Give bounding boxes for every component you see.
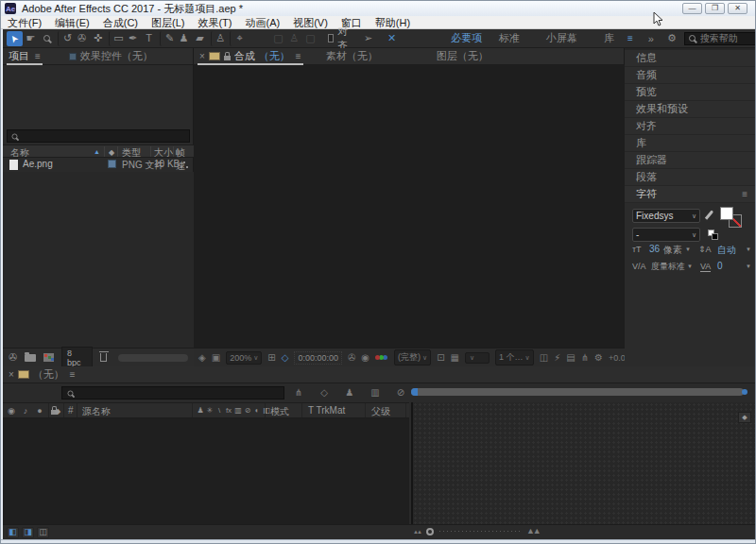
main-viewer-icon[interactable]: ▣: [212, 353, 220, 363]
show-snapshot-icon[interactable]: ◉: [361, 353, 369, 363]
video-eye-icon[interactable]: ◉: [7, 404, 16, 417]
mini-flowchart-icon[interactable]: ⋔: [292, 385, 305, 400]
font-style-select[interactable]: - ∨: [632, 228, 700, 242]
font-size-arrow-icon[interactable]: ▼: [685, 246, 691, 252]
zoom-out-mountain-icon[interactable]: ▲▲: [413, 529, 421, 535]
transparency-grid-icon[interactable]: ▦: [451, 353, 459, 363]
sidebar-panel-tracker[interactable]: 跟踪器: [625, 152, 755, 168]
close-tab-icon[interactable]: ×: [199, 51, 205, 61]
workspace-tab-standard[interactable]: 标准: [486, 31, 533, 45]
motion-blur-switch-icon[interactable]: ⊘: [244, 404, 251, 417]
viewer-panel-menu-icon[interactable]: ≡: [296, 51, 301, 61]
view-3d-dropdown[interactable]: ∨: [465, 352, 490, 364]
parent-column[interactable]: 父级: [371, 405, 390, 418]
index-column[interactable]: #: [68, 405, 74, 416]
font-size-value[interactable]: 36: [649, 244, 660, 254]
menu-layer[interactable]: 图层(L): [145, 16, 191, 29]
timeline-search-input[interactable]: [77, 388, 279, 399]
workspace-overflow-icon[interactable]: »: [648, 33, 654, 44]
project-panel-menu-icon[interactable]: ≡: [35, 51, 41, 61]
sort-ascending-icon[interactable]: ▲: [94, 148, 100, 155]
sidebar-panel-align[interactable]: 对齐: [625, 118, 755, 134]
sidebar-panel-character[interactable]: 字符 ≡: [625, 186, 755, 202]
type-tool[interactable]: T: [141, 31, 157, 46]
roto-brush-tool[interactable]: ♙: [211, 31, 227, 46]
timeline-jump-icon[interactable]: ▤: [566, 353, 575, 363]
sidebar-panel-preview[interactable]: 预览: [625, 84, 755, 100]
tab-layers[interactable]: 图层（无）: [431, 48, 494, 65]
always-preview-icon[interactable]: ◈: [198, 353, 206, 363]
roi-icon[interactable]: ⊡: [437, 353, 444, 363]
tab-composition[interactable]: × 合成 （无） ≡: [194, 48, 307, 65]
eraser-tool[interactable]: ▰: [192, 31, 208, 46]
workspace-menu-icon[interactable]: ≡: [627, 33, 633, 43]
flowchart-icon[interactable]: ⋔: [581, 353, 589, 363]
clone-stamp-tool[interactable]: ♟: [176, 31, 192, 46]
minimize-button[interactable]: —: [682, 3, 702, 14]
sync-settings-icon[interactable]: ⚙: [667, 32, 677, 44]
fast-previews-icon[interactable]: ⚡: [554, 353, 560, 363]
brush-tool[interactable]: ✎: [160, 31, 176, 46]
tracking-value[interactable]: 0: [717, 261, 723, 271]
motion-blur-icon[interactable]: ⊘: [394, 385, 407, 400]
shy-switch-icon[interactable]: ♟: [197, 404, 204, 417]
sidebar-panel-paragraph[interactable]: 段落: [625, 169, 755, 185]
solo-icon[interactable]: ●: [35, 404, 44, 417]
snap-checkbox[interactable]: [328, 34, 334, 42]
character-panel-menu-icon[interactable]: ≡: [742, 189, 747, 199]
shy-layers-icon[interactable]: ♟: [343, 385, 356, 400]
restore-button[interactable]: ❐: [705, 3, 725, 14]
workspace-tab-small-screen[interactable]: 小屏幕: [533, 31, 591, 45]
leading-value[interactable]: 自动: [717, 244, 736, 257]
label-column-icon[interactable]: ◆: [109, 148, 114, 157]
font-family-select[interactable]: Fixedsys ∨: [632, 209, 700, 223]
hand-tool[interactable]: ☛: [23, 31, 39, 46]
audio-icon[interactable]: ♪: [21, 404, 30, 417]
fx-switch-icon[interactable]: fx: [225, 404, 232, 417]
sidebar-panel-info[interactable]: 信息: [625, 50, 755, 66]
toolbar-extra-icon-1[interactable]: ➢: [360, 31, 376, 46]
snapshot-icon[interactable]: ✇: [348, 353, 355, 363]
menu-edit[interactable]: 编辑(E): [48, 16, 96, 29]
sidebar-panel-effects-presets[interactable]: 效果和预设: [625, 101, 755, 117]
kerning-value[interactable]: 度量标准: [651, 261, 685, 273]
kerning-arrow-icon[interactable]: ▼: [687, 264, 693, 269]
help-search-input[interactable]: [700, 33, 756, 43]
time-navigator-bar[interactable]: [411, 388, 744, 396]
channel-settings-icon[interactable]: [375, 354, 388, 361]
menu-effect[interactable]: 效果(T): [191, 16, 238, 29]
project-item-row[interactable]: Ae.png PNG 文件 10 KB: [3, 158, 194, 172]
menu-file[interactable]: 文件(F): [1, 16, 48, 29]
leading-arrow-icon[interactable]: ▼: [746, 246, 751, 252]
frame-blend-switch-icon[interactable]: ▥: [234, 404, 242, 417]
timeline-search-box[interactable]: [61, 386, 284, 400]
new-folder-icon[interactable]: [25, 354, 35, 362]
tab-footage[interactable]: 素材（无）: [320, 48, 384, 65]
comp-marker-bin-icon[interactable]: ◆: [738, 412, 751, 423]
adjustment-switch-icon[interactable]: ◐: [253, 404, 261, 417]
menu-animation[interactable]: 动画(A): [239, 16, 287, 29]
view-layout-dropdown[interactable]: 1 个…∨: [495, 349, 534, 366]
timeline-panel-menu-icon[interactable]: ≡: [70, 369, 76, 380]
unified-camera-tool[interactable]: ✇: [74, 31, 90, 46]
source-name-column[interactable]: 源名称: [82, 405, 111, 418]
draft-3d-icon[interactable]: ◇: [318, 385, 331, 400]
resolution-dropdown[interactable]: (完整)∨: [394, 349, 431, 366]
tracking-arrow-icon[interactable]: ▼: [746, 264, 751, 269]
zoom-slider-track[interactable]: [439, 531, 521, 532]
tab-project[interactable]: 项目 ≡: [3, 48, 46, 65]
default-stroke-swatch[interactable]: [712, 233, 718, 240]
toggle-transfer-controls[interactable]: ◨: [22, 527, 34, 538]
rectangle-tool[interactable]: ▭: [109, 31, 125, 46]
toolbar-extra-icon-2[interactable]: ✕: [384, 31, 400, 46]
mode-column[interactable]: 模式: [270, 405, 289, 418]
collapse-switch-icon[interactable]: ✳: [206, 404, 214, 417]
pixel-aspect-icon[interactable]: ◫: [540, 353, 548, 363]
workspace-tab-essentials[interactable]: 必要项: [438, 31, 486, 45]
tab-effect-controls[interactable]: 效果控件（无）: [63, 48, 159, 65]
pen-tool[interactable]: ✒: [125, 31, 141, 46]
close-tab-icon[interactable]: ×: [9, 369, 14, 380]
new-composition-icon[interactable]: [43, 353, 54, 362]
zoom-in-mountain-icon[interactable]: ▲▲: [526, 527, 540, 536]
fill-color-swatch[interactable]: [720, 207, 733, 220]
